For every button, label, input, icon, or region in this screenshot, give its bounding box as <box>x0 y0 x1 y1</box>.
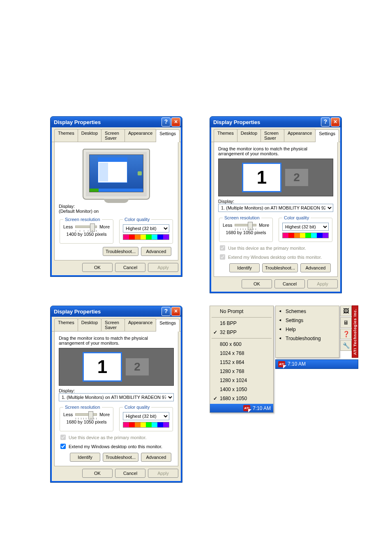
tab-themes[interactable]: Themes <box>54 318 78 331</box>
help-icon[interactable]: ? <box>161 307 171 316</box>
menu-16bpp[interactable]: 16 BPP <box>211 319 272 328</box>
menu-res-1152[interactable]: 1152 x 864 <box>211 358 272 367</box>
troubleshoot-button[interactable]: Troubleshoot... <box>103 453 138 462</box>
menu-settings[interactable]: Settings <box>277 316 338 325</box>
apply-button[interactable]: Apply <box>148 469 178 478</box>
ati-brand-label: ATI Technologies Inc. <box>352 306 358 358</box>
window-title: Display Properties <box>54 119 161 125</box>
menu-res-1024[interactable]: 1024 x 768 <box>211 349 272 358</box>
display-label: Display: <box>59 388 174 393</box>
display-select[interactable]: 1. (Multiple Monitors) on ATI MOBILITY R… <box>59 393 174 401</box>
schemes-icon: 🖼 <box>340 306 352 316</box>
resolution-slider[interactable] <box>75 413 97 416</box>
tab-desktop[interactable]: Desktop <box>78 318 101 331</box>
monitor-2-icon[interactable]: 2 <box>284 168 309 187</box>
ati-main-menu: Schemes Settings Help Troubleshooting <box>275 306 339 358</box>
monitor-arrangement[interactable]: 1 2 <box>59 348 174 386</box>
ati-tray-icon[interactable]: ATI <box>243 405 250 411</box>
monitor-1-icon[interactable]: 1 <box>242 163 281 192</box>
menu-res-1280-1024[interactable]: 1280 x 1024 <box>211 376 272 385</box>
close-icon[interactable]: × <box>171 117 180 127</box>
display-properties-window-3: Display Properties ? × Themes Desktop Sc… <box>50 306 182 483</box>
resolution-slider[interactable] <box>235 224 256 226</box>
resolution-slider[interactable] <box>75 226 97 228</box>
tab-themes[interactable]: Themes <box>214 129 238 142</box>
window-title: Display Properties <box>213 119 321 125</box>
cancel-button[interactable]: Cancel <box>274 279 305 288</box>
taskbar-clock-2: ATI 7:10 AM <box>275 359 358 369</box>
color-quality-select[interactable]: Highest (32 bit) <box>123 224 169 233</box>
tab-screensaver[interactable]: Screen Saver <box>101 129 125 142</box>
extend-desktop-checkbox: Extend my Windows desktop onto this moni… <box>218 253 333 261</box>
ok-button[interactable]: OK <box>82 469 113 478</box>
apply-button[interactable]: Apply <box>307 279 338 288</box>
resolution-readout: 1680 by 1050 pixels <box>63 419 110 424</box>
tab-desktop[interactable]: Desktop <box>78 129 101 142</box>
tab-screensaver[interactable]: Screen Saver <box>261 129 284 142</box>
titlebar[interactable]: Display Properties ? × <box>210 117 341 127</box>
menu-res-800[interactable]: 800 x 600 <box>211 340 272 349</box>
color-quality-group: Color quality Highest (32 bit) <box>119 405 173 431</box>
menu-res-1280-768[interactable]: 1280 x 768 <box>211 367 272 376</box>
tab-settings[interactable]: Settings <box>156 319 180 332</box>
color-quality-group: Color quality Highest (32 bit) <box>279 215 332 242</box>
ati-tray-icon[interactable]: ATI <box>278 361 285 367</box>
cancel-button[interactable]: Cancel <box>115 263 145 272</box>
identify-button[interactable]: Identify <box>229 263 260 272</box>
monitor-1-icon[interactable]: 1 <box>83 352 122 382</box>
tab-screensaver[interactable]: Screen Saver <box>101 318 125 331</box>
primary-monitor-checkbox: Use this device as the primary monitor. <box>59 433 174 441</box>
advanced-button[interactable]: Advanced <box>300 263 331 272</box>
menu-help[interactable]: Help <box>277 325 338 334</box>
tab-appearance[interactable]: Appearance <box>125 318 156 331</box>
apply-button[interactable]: Apply <box>148 263 178 272</box>
help-icon[interactable]: ? <box>321 117 330 127</box>
troubleshoot-button[interactable]: Troubleshoot... <box>262 263 298 272</box>
menu-res-1680[interactable]: 1680 x 1050 <box>211 394 272 403</box>
extend-desktop-checkbox[interactable]: Extend my Windows desktop onto this moni… <box>59 442 174 450</box>
display-label: Display: <box>218 199 333 204</box>
color-quality-group: Color quality Highest (32 bit) <box>119 217 173 244</box>
primary-monitor-checkbox: Use this device as the primary monitor. <box>218 244 333 252</box>
titlebar[interactable]: Display Properties ? × <box>51 117 182 127</box>
troubleshoot-button[interactable]: Troubleshoot... <box>103 247 138 256</box>
monitor-arrangement[interactable]: 1 2 <box>218 159 333 196</box>
tab-appearance[interactable]: Appearance <box>125 129 156 142</box>
menu-res-1400[interactable]: 1400 x 1050 <box>211 385 272 394</box>
monitor-2-icon[interactable]: 2 <box>125 357 150 377</box>
settings-icon: 🖥 <box>340 317 352 328</box>
color-spectrum-icon <box>282 233 329 238</box>
tab-desktop[interactable]: Desktop <box>237 129 261 142</box>
ati-settings-submenu: No Prompt 16 BPP 32 BPP 800 x 600 1024 x… <box>210 306 274 413</box>
troubleshoot-icon: 🔧 <box>340 340 352 351</box>
monitor-preview <box>59 149 174 200</box>
screen-resolution-group: Screen resolution Less More 1680 by 1050… <box>60 405 113 431</box>
tab-appearance[interactable]: Appearance <box>284 129 316 142</box>
tab-settings[interactable]: Settings <box>315 129 339 142</box>
tab-themes[interactable]: Themes <box>54 129 78 142</box>
menu-no-prompt[interactable]: No Prompt <box>211 307 272 316</box>
menu-32bpp[interactable]: 32 BPP <box>211 328 272 337</box>
close-icon[interactable]: × <box>171 307 180 316</box>
tab-row: Themes Desktop Screen Saver Appearance S… <box>52 127 181 142</box>
menu-schemes[interactable]: Schemes <box>277 307 338 316</box>
color-quality-select[interactable]: Highest (32 bit) <box>282 223 329 231</box>
cancel-button[interactable]: Cancel <box>115 469 145 478</box>
advanced-button[interactable]: Advanced <box>141 247 171 256</box>
color-quality-select[interactable]: Highest (32 bit) <box>123 412 169 420</box>
ok-button[interactable]: OK <box>82 263 113 272</box>
taskbar-clock: ATI 7:10 AM <box>210 404 273 412</box>
menu-troubleshooting[interactable]: Troubleshooting <box>277 334 338 343</box>
advanced-button[interactable]: Advanced <box>141 453 171 462</box>
help-icon[interactable]: ? <box>161 117 171 127</box>
screen-resolution-group: Screen resolution Less More 1680 by 1050… <box>219 215 273 242</box>
help-icon: ❓ <box>340 329 352 339</box>
display-select[interactable]: 1. (Multiple Monitors) on ATI MOBILITY R… <box>218 204 333 212</box>
tab-settings[interactable]: Settings <box>156 129 180 142</box>
display-value: (Default Monitor) on <box>59 209 174 214</box>
identify-button[interactable]: Identify <box>70 453 100 462</box>
close-icon[interactable]: × <box>331 117 340 127</box>
titlebar[interactable]: Display Properties ? × <box>51 306 182 317</box>
ok-button[interactable]: OK <box>242 279 272 288</box>
arrange-hint: Drag the monitor icons to match the phys… <box>59 336 174 345</box>
